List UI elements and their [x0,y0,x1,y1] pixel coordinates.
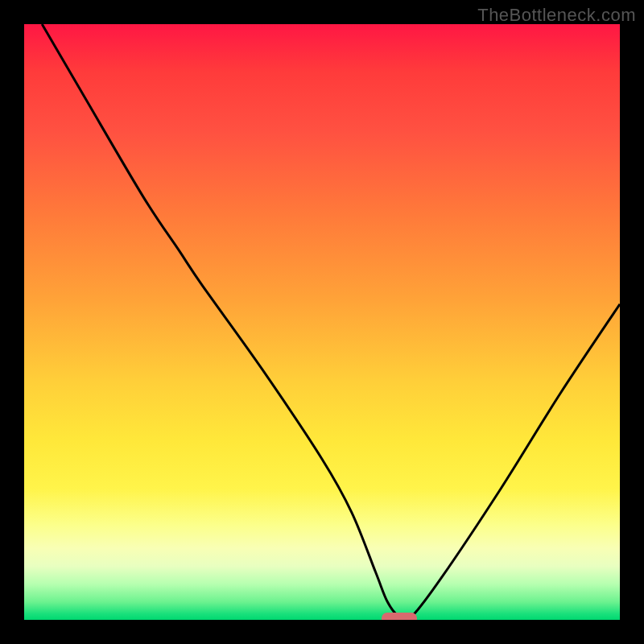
optimal-point-marker [382,613,417,620]
plot-area [24,24,620,620]
chart-frame: TheBottleneck.com [0,0,644,644]
bottleneck-curve-path [42,24,620,620]
bottleneck-curve [24,24,620,620]
watermark-text: TheBottleneck.com [477,5,636,26]
